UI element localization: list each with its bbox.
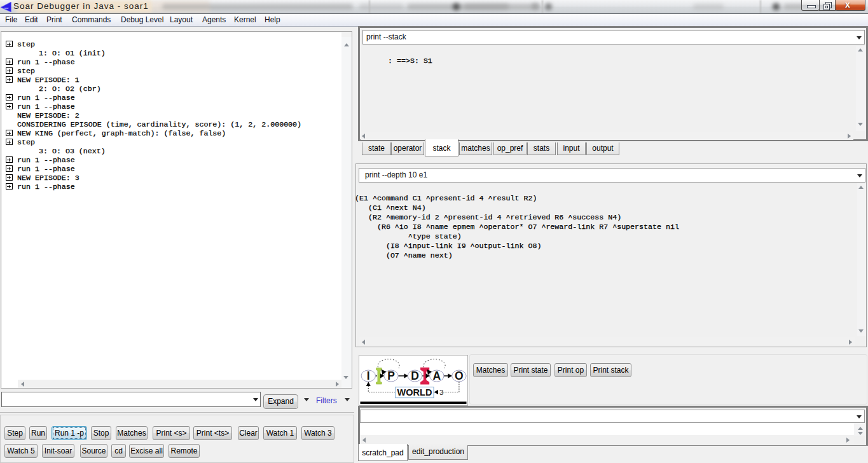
- svg-text:O: O: [455, 370, 464, 382]
- svg-text:3: 3: [439, 389, 443, 396]
- svg-text:WORLD: WORLD: [397, 387, 432, 397]
- svg-text:P: P: [387, 370, 395, 382]
- svg-text:A: A: [432, 370, 441, 382]
- svg-text:D: D: [411, 370, 419, 382]
- svg-text:soar: soar: [4, 7, 10, 10]
- svg-text:I: I: [367, 370, 370, 382]
